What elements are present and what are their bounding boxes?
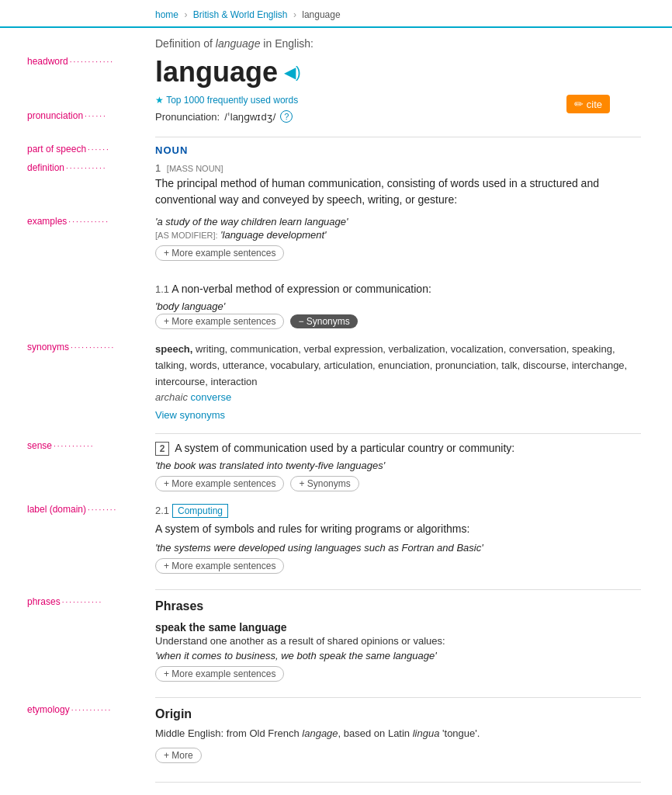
star-icon: ★ <box>155 95 164 106</box>
etymology-label: etymology··········· <box>27 704 112 715</box>
computing-domain-label: Computing <box>172 504 228 518</box>
origin-text: Middle English: from Old French langage,… <box>155 726 641 741</box>
origin-lingua: lingua <box>413 727 440 739</box>
domain-section: label (domain)········ 2.1 Computing A s… <box>155 504 641 583</box>
etymology-content: Origin Middle English: from Old French l… <box>155 704 641 772</box>
origin-langage: langage <box>302 727 338 739</box>
phrases-label: phrases··········· <box>27 596 102 607</box>
breadcrumb-sep1: › <box>184 9 187 20</box>
pronunciation-section: pronunciation······ Pronunciation: /ˈlaŋ… <box>155 110 641 130</box>
archaic-word-link[interactable]: converse <box>191 391 232 403</box>
headword-label: headword············ <box>27 56 114 67</box>
breadcrumb: home › British & World English › languag… <box>155 9 341 20</box>
domain-example: 'the systems were developed using langua… <box>155 542 641 554</box>
headword-content: language ◀) <box>155 56 641 92</box>
example1-text: 'a study of the way children learn langu… <box>155 216 641 227</box>
pos-label: part of speech······ <box>27 144 110 154</box>
breadcrumb-word: language <box>302 9 340 20</box>
dots4: ··········· <box>66 164 107 172</box>
phrase-title-0: speak the same language <box>155 621 641 634</box>
domain-more-btn[interactable]: + More example sentences <box>155 558 284 574</box>
sense2-content: 2 A system of communication used by a pa… <box>155 440 641 501</box>
synonyms-words: writing, communication, verbal expressio… <box>155 343 627 387</box>
definition-intro: Definition of language in English: <box>155 37 641 50</box>
synonyms-content: speech, writing, communication, verbal e… <box>155 342 641 427</box>
dots5: ··········· <box>68 217 109 226</box>
phrase-more-btn[interactable]: + More example sentences <box>155 666 284 682</box>
headword-row: language ◀) <box>155 56 641 89</box>
sense2-example: 'the book was translated into twenty-fiv… <box>155 460 641 471</box>
intro-word: language <box>216 37 261 50</box>
subdef11-content: 1.1 A non-verbal method of expression or… <box>155 273 641 338</box>
definition1-content: 1 [MASS NOUN] The principal method of hu… <box>155 162 641 213</box>
sense2-text: A system of communication used by a part… <box>175 442 514 454</box>
pos-section: part of speech······ NOUN <box>155 144 641 156</box>
origin-more-btn[interactable]: + More <box>155 748 202 763</box>
pronunciation-content: Pronunciation: /ˈlaŋɡwɪdʒ/ ? <box>155 110 641 130</box>
sense-label: sense··········· <box>27 440 95 451</box>
help-icon[interactable]: ? <box>280 110 293 123</box>
sense2-badge: 2 <box>155 442 169 456</box>
divider-4 <box>155 697 641 698</box>
dots3: ······ <box>88 145 110 154</box>
divider-5 <box>155 782 641 783</box>
def1-number: 1 [MASS NOUN] <box>155 162 641 174</box>
pos-content: NOUN <box>155 144 641 156</box>
modifier-row: [AS MODIFIER]: 'language development' <box>155 229 641 241</box>
origin-part1: Middle English: from Old French <box>155 727 302 739</box>
intro-text: Definition of <box>155 37 216 50</box>
pronunciation-label-text: Pronunciation: <box>155 111 220 123</box>
headword-section: headword············ language ◀) ✏ cite <box>155 56 641 92</box>
sense2-section: sense··········· 2 A system of communica… <box>155 440 641 501</box>
examples1-section: examples··········· 'a study of the way … <box>155 216 641 270</box>
page-wrapper: home › British & World English › languag… <box>0 0 672 795</box>
origin-btns-row: + More <box>155 748 641 766</box>
domain-def-text: A system of symbols and rules for writin… <box>155 521 641 537</box>
top1000-section: · ★ Top 1000 frequently used words <box>155 95 641 109</box>
view-synonyms-link[interactable]: View synonyms <box>155 409 641 421</box>
domain-row: 2.1 Computing <box>155 504 641 518</box>
origin-heading: Origin <box>155 704 641 721</box>
sense2-more-btn[interactable]: + More example sentences <box>155 476 284 491</box>
speaker-icon[interactable]: ◀) <box>284 63 301 82</box>
subdef11-label-spacer: · <box>27 273 29 284</box>
archaic-label: archaic <box>155 391 188 403</box>
breadcrumb-section[interactable]: British & World English <box>193 9 288 20</box>
dots10: ··········· <box>71 706 113 714</box>
phrases-content: Phrases speak the same language Understa… <box>155 596 641 691</box>
synonyms-first: speech, <box>155 343 192 355</box>
divider-3 <box>155 589 641 590</box>
more-examples-1-row: + More example sentences <box>155 245 641 264</box>
synonyms-toggle-btn[interactable]: − Synonyms <box>290 314 357 328</box>
phrases-heading: Phrases <box>155 596 641 613</box>
mass-noun-tag: [MASS NOUN] <box>167 164 223 173</box>
subdef11-number: 1.1 <box>155 283 169 295</box>
breadcrumb-bar: home › British & World English › languag… <box>0 0 672 28</box>
synonyms-label: synonyms············ <box>27 342 115 352</box>
domain-label: label (domain)········ <box>27 504 117 515</box>
top1000-content: ★ Top 1000 frequently used words <box>155 95 641 109</box>
origin-part3: 'tongue'. <box>439 727 480 739</box>
domain-btns-row: + More example sentences <box>155 558 641 577</box>
sense2-btns-row: + More example sentences + Synonyms <box>155 476 641 495</box>
subdef11-text: A non-verbal method of expression or com… <box>171 283 431 295</box>
top1000-link[interactable]: Top 1000 frequently used words <box>166 95 298 106</box>
synonyms-list: speech, writing, communication, verbal e… <box>155 342 641 406</box>
dots8: ········ <box>88 505 117 514</box>
dots2: ······ <box>85 112 107 120</box>
more-examples-1-btn[interactable]: + More example sentences <box>155 245 284 261</box>
more-examples-11-btn[interactable]: + More example sentences <box>155 314 284 329</box>
divider-1 <box>155 137 641 137</box>
definition-label: definition··········· <box>27 162 107 173</box>
breadcrumb-home[interactable]: home <box>155 9 178 20</box>
subdef11-btns-row: + More example sentences − Synonyms <box>155 314 641 332</box>
phrase-btns-row: + More example sentences <box>155 666 641 685</box>
dots6: ············ <box>71 343 115 352</box>
synonyms-section: synonyms············ speech, writing, co… <box>155 342 641 427</box>
sense2-synonyms-btn[interactable]: + Synonyms <box>290 476 359 491</box>
subdef11: 1.1 A non-verbal method of expression or… <box>155 281 641 297</box>
pronunciation-label: pronunciation······ <box>27 110 107 121</box>
examples-label: examples··········· <box>27 216 109 227</box>
etymology-section: etymology··········· Origin Middle Engli… <box>155 704 641 772</box>
definition1-section: definition··········· 1 [MASS NOUN] The … <box>155 162 641 213</box>
